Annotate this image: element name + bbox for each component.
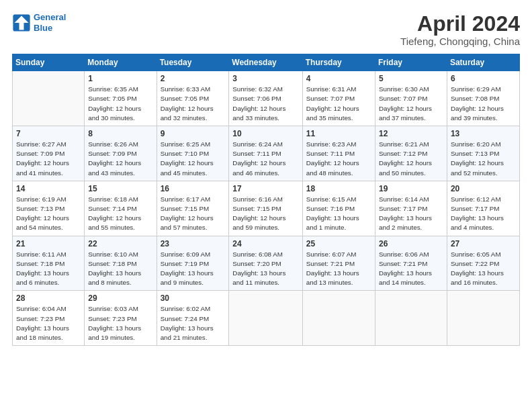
calendar-week-3: 14Sunrise: 6:19 AM Sunset: 7:13 PM Dayli… (13, 181, 520, 236)
calendar-header-thursday: Thursday (302, 54, 375, 71)
calendar-header-tuesday: Tuesday (157, 54, 229, 71)
day-info: Sunrise: 6:35 AM Sunset: 7:05 PM Dayligh… (88, 85, 152, 123)
calendar-cell: 6Sunrise: 6:29 AM Sunset: 7:08 PM Daylig… (447, 71, 519, 126)
calendar-cell: 5Sunrise: 6:30 AM Sunset: 7:07 PM Daylig… (375, 71, 447, 126)
day-info: Sunrise: 6:30 AM Sunset: 7:07 PM Dayligh… (379, 85, 443, 123)
day-number: 4 (306, 74, 371, 83)
day-number: 28 (16, 293, 81, 303)
day-info: Sunrise: 6:10 AM Sunset: 7:18 PM Dayligh… (88, 250, 152, 288)
day-info: Sunrise: 6:24 AM Sunset: 7:11 PM Dayligh… (232, 140, 298, 178)
day-number: 1 (88, 74, 152, 83)
header: General Blue April 2024 Tiefeng, Chongqi… (12, 12, 520, 47)
day-number: 10 (232, 129, 298, 138)
calendar-cell: 22Sunrise: 6:10 AM Sunset: 7:18 PM Dayli… (85, 236, 157, 291)
calendar-table: SundayMondayTuesdayWednesdayThursdayFrid… (12, 54, 520, 346)
calendar-header-saturday: Saturday (447, 54, 519, 71)
day-number: 20 (451, 184, 516, 193)
day-number: 26 (379, 239, 443, 248)
day-info: Sunrise: 6:32 AM Sunset: 7:06 PM Dayligh… (232, 85, 298, 123)
calendar-week-1: 1Sunrise: 6:35 AM Sunset: 7:05 PM Daylig… (13, 71, 520, 126)
logo-line1: General (34, 12, 66, 22)
calendar-cell: 27Sunrise: 6:05 AM Sunset: 7:22 PM Dayli… (447, 236, 519, 291)
calendar-cell: 17Sunrise: 6:16 AM Sunset: 7:15 PM Dayli… (229, 181, 302, 236)
calendar-cell (302, 291, 375, 346)
calendar-cell: 30Sunrise: 6:02 AM Sunset: 7:24 PM Dayli… (157, 291, 229, 346)
day-info: Sunrise: 6:03 AM Sunset: 7:23 PM Dayligh… (88, 304, 152, 342)
day-number: 24 (232, 239, 298, 248)
calendar-cell: 4Sunrise: 6:31 AM Sunset: 7:07 PM Daylig… (302, 71, 375, 126)
calendar-cell: 23Sunrise: 6:09 AM Sunset: 7:19 PM Dayli… (157, 236, 229, 291)
calendar-week-4: 21Sunrise: 6:11 AM Sunset: 7:18 PM Dayli… (13, 236, 520, 291)
calendar-cell: 26Sunrise: 6:06 AM Sunset: 7:21 PM Dayli… (375, 236, 447, 291)
day-info: Sunrise: 6:14 AM Sunset: 7:17 PM Dayligh… (379, 195, 443, 233)
calendar-cell: 3Sunrise: 6:32 AM Sunset: 7:06 PM Daylig… (229, 71, 302, 126)
day-number: 19 (379, 184, 443, 193)
day-info: Sunrise: 6:12 AM Sunset: 7:17 PM Dayligh… (451, 195, 516, 233)
calendar-cell: 11Sunrise: 6:23 AM Sunset: 7:11 PM Dayli… (302, 126, 375, 181)
day-number: 16 (161, 184, 226, 193)
calendar-cell: 29Sunrise: 6:03 AM Sunset: 7:23 PM Dayli… (85, 291, 157, 346)
day-info: Sunrise: 6:19 AM Sunset: 7:13 PM Dayligh… (16, 195, 81, 233)
calendar-cell: 8Sunrise: 6:26 AM Sunset: 7:09 PM Daylig… (85, 126, 157, 181)
day-info: Sunrise: 6:31 AM Sunset: 7:07 PM Dayligh… (306, 85, 371, 123)
calendar-cell (375, 291, 447, 346)
day-number: 6 (451, 74, 516, 83)
calendar-header-wednesday: Wednesday (229, 54, 302, 71)
day-info: Sunrise: 6:17 AM Sunset: 7:15 PM Dayligh… (161, 195, 226, 233)
calendar-cell: 12Sunrise: 6:21 AM Sunset: 7:12 PM Dayli… (375, 126, 447, 181)
day-info: Sunrise: 6:20 AM Sunset: 7:13 PM Dayligh… (451, 140, 516, 178)
calendar-week-5: 28Sunrise: 6:04 AM Sunset: 7:23 PM Dayli… (13, 291, 520, 346)
day-number: 14 (16, 184, 81, 193)
calendar-cell: 15Sunrise: 6:18 AM Sunset: 7:14 PM Dayli… (85, 181, 157, 236)
calendar-cell: 21Sunrise: 6:11 AM Sunset: 7:18 PM Dayli… (13, 236, 85, 291)
calendar-cell (447, 291, 519, 346)
calendar-cell: 18Sunrise: 6:15 AM Sunset: 7:16 PM Dayli… (302, 181, 375, 236)
calendar-cell: 19Sunrise: 6:14 AM Sunset: 7:17 PM Dayli… (375, 181, 447, 236)
day-number: 29 (88, 293, 152, 303)
day-number: 3 (232, 74, 298, 83)
day-info: Sunrise: 6:04 AM Sunset: 7:23 PM Dayligh… (16, 304, 81, 342)
calendar-cell: 1Sunrise: 6:35 AM Sunset: 7:05 PM Daylig… (85, 71, 157, 126)
logo: General Blue (12, 12, 66, 33)
calendar-header-sunday: Sunday (13, 54, 85, 71)
subtitle: Tiefeng, Chongqing, China (400, 36, 520, 47)
day-number: 2 (161, 74, 226, 83)
day-number: 17 (232, 184, 298, 193)
day-info: Sunrise: 6:11 AM Sunset: 7:18 PM Dayligh… (16, 250, 81, 288)
day-number: 25 (306, 239, 371, 248)
calendar-cell: 2Sunrise: 6:33 AM Sunset: 7:05 PM Daylig… (157, 71, 229, 126)
logo-icon (12, 13, 31, 32)
day-number: 23 (161, 239, 226, 248)
day-number: 22 (88, 239, 152, 248)
day-info: Sunrise: 6:27 AM Sunset: 7:09 PM Dayligh… (16, 140, 81, 178)
day-number: 30 (161, 293, 226, 303)
day-number: 9 (161, 129, 226, 138)
page: General Blue April 2024 Tiefeng, Chongqi… (0, 0, 532, 411)
calendar-header-friday: Friday (375, 54, 447, 71)
day-number: 7 (16, 129, 81, 138)
day-info: Sunrise: 6:21 AM Sunset: 7:12 PM Dayligh… (379, 140, 443, 178)
calendar-cell: 28Sunrise: 6:04 AM Sunset: 7:23 PM Dayli… (13, 291, 85, 346)
calendar-cell: 24Sunrise: 6:08 AM Sunset: 7:20 PM Dayli… (229, 236, 302, 291)
calendar-cell: 16Sunrise: 6:17 AM Sunset: 7:15 PM Dayli… (157, 181, 229, 236)
calendar-cell: 14Sunrise: 6:19 AM Sunset: 7:13 PM Dayli… (13, 181, 85, 236)
day-info: Sunrise: 6:23 AM Sunset: 7:11 PM Dayligh… (306, 140, 371, 178)
calendar-cell (13, 71, 85, 126)
day-info: Sunrise: 6:05 AM Sunset: 7:22 PM Dayligh… (451, 250, 516, 288)
day-info: Sunrise: 6:26 AM Sunset: 7:09 PM Dayligh… (88, 140, 152, 178)
day-info: Sunrise: 6:16 AM Sunset: 7:15 PM Dayligh… (232, 195, 298, 233)
calendar-header-monday: Monday (85, 54, 157, 71)
main-title: April 2024 (400, 12, 520, 36)
title-block: April 2024 Tiefeng, Chongqing, China (400, 12, 520, 47)
calendar-cell: 25Sunrise: 6:07 AM Sunset: 7:21 PM Dayli… (302, 236, 375, 291)
calendar-cell: 13Sunrise: 6:20 AM Sunset: 7:13 PM Dayli… (447, 126, 519, 181)
day-info: Sunrise: 6:25 AM Sunset: 7:10 PM Dayligh… (161, 140, 226, 178)
calendar-cell (229, 291, 302, 346)
day-info: Sunrise: 6:06 AM Sunset: 7:21 PM Dayligh… (379, 250, 443, 288)
day-info: Sunrise: 6:29 AM Sunset: 7:08 PM Dayligh… (451, 85, 516, 123)
calendar-cell: 9Sunrise: 6:25 AM Sunset: 7:10 PM Daylig… (157, 126, 229, 181)
day-info: Sunrise: 6:09 AM Sunset: 7:19 PM Dayligh… (161, 250, 226, 288)
day-info: Sunrise: 6:08 AM Sunset: 7:20 PM Dayligh… (232, 250, 298, 288)
calendar-week-2: 7Sunrise: 6:27 AM Sunset: 7:09 PM Daylig… (13, 126, 520, 181)
day-info: Sunrise: 6:33 AM Sunset: 7:05 PM Dayligh… (161, 85, 226, 123)
